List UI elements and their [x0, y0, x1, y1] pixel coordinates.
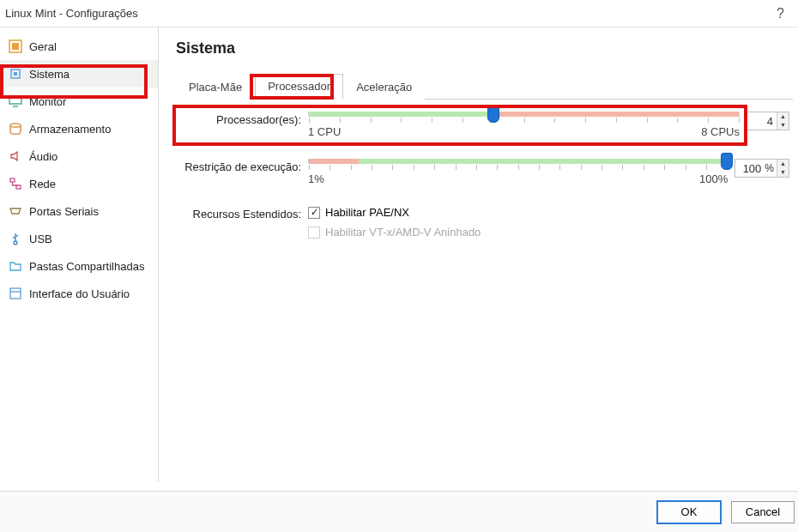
cancel-button[interactable]: Cancel — [731, 501, 795, 523]
svg-rect-3 — [14, 72, 17, 76]
usb-icon — [9, 232, 22, 245]
sidebar-item-system[interactable]: Sistema — [0, 60, 158, 88]
sidebar-item-label: Armazenamento — [29, 123, 111, 136]
nested-checkbox-row: Habilitar VT-x/AMD-V Aninhado — [308, 226, 481, 239]
svg-point-9 — [14, 241, 17, 245]
spin-up-icon[interactable]: ▲ — [777, 160, 789, 168]
processor-max-label: 8 CPUs — [701, 125, 740, 138]
display-icon — [9, 94, 22, 108]
processor-min-label: 1 CPU — [308, 125, 341, 138]
execcap-suffix: % — [765, 162, 777, 174]
processor-value-input[interactable] — [747, 115, 777, 128]
audio-icon — [9, 149, 22, 163]
sidebar-item-display[interactable]: Monitor — [0, 88, 158, 115]
checkbox-icon[interactable]: ✓ — [308, 207, 320, 219]
sidebar: Geral Sistema Monitor Armazenamento Áudi… — [0, 27, 159, 482]
processor-spin[interactable]: ▲▼ — [747, 112, 789, 130]
titlebar: Linux Mint - Configurações ? — [0, 0, 798, 27]
serial-icon — [9, 204, 22, 218]
page-title: Sistema — [176, 39, 793, 57]
checkbox-icon — [308, 227, 320, 239]
chip-icon — [9, 67, 22, 81]
sidebar-item-audio[interactable]: Áudio — [0, 142, 158, 170]
processor-slider[interactable]: 1 CPU 8 CPUs — [308, 112, 740, 138]
processor-label: Processador(es): — [179, 112, 308, 126]
sidebar-item-storage[interactable]: Armazenamento — [0, 115, 158, 142]
sidebar-item-serial[interactable]: Portas Seriais — [0, 197, 158, 225]
extended-row: Recursos Estendidos: ✓ Habilitar PAE/NX … — [179, 206, 789, 245]
tab-acceleration[interactable]: Aceleração — [343, 75, 425, 100]
pae-label: Habilitar PAE/NX — [325, 206, 409, 219]
sidebar-item-label: USB — [29, 233, 52, 245]
spin-down-icon[interactable]: ▼ — [777, 168, 789, 177]
folder-icon — [9, 259, 22, 273]
sidebar-item-label: Pastas Compartilhadas — [29, 260, 144, 273]
sidebar-item-label: Monitor — [29, 95, 66, 108]
extended-label: Recursos Estendidos: — [179, 206, 308, 221]
ui-icon — [9, 287, 22, 300]
execcap-row: Restrição de execução: 1% 100% — [179, 159, 789, 185]
processor-row: Processador(es): 1 CPU 8 CPUs — [179, 112, 789, 138]
sidebar-item-ui[interactable]: Interface do Usuário — [0, 280, 158, 307]
svg-rect-7 — [10, 178, 15, 182]
dialog-footer: OK Cancel — [0, 491, 798, 532]
sidebar-item-label: Portas Seriais — [29, 205, 99, 218]
svg-rect-1 — [12, 43, 19, 50]
help-button[interactable]: ? — [771, 6, 789, 21]
execcap-value-input[interactable] — [735, 162, 765, 175]
execcap-slider[interactable]: 1% 100% — [308, 159, 728, 185]
spin-down-icon[interactable]: ▼ — [777, 121, 789, 130]
sidebar-item-usb[interactable]: USB — [0, 225, 158, 252]
window-title: Linux Mint - Configurações — [5, 7, 771, 20]
execcap-max-label: 100% — [699, 172, 728, 185]
storage-icon — [9, 122, 22, 136]
tab-bar: Placa-Mãe Processador Aceleração — [176, 73, 793, 100]
sidebar-item-shared[interactable]: Pastas Compartilhadas — [0, 252, 158, 280]
pae-checkbox-row[interactable]: ✓ Habilitar PAE/NX — [308, 206, 409, 219]
nested-label: Habilitar VT-x/AMD-V Aninhado — [325, 226, 481, 239]
execcap-spin[interactable]: % ▲▼ — [735, 159, 789, 178]
svg-rect-11 — [10, 288, 21, 299]
sidebar-item-general[interactable]: Geral — [0, 33, 158, 60]
general-icon — [9, 39, 22, 53]
svg-rect-4 — [9, 96, 21, 104]
main-panel: Sistema Placa-Mãe Processador Aceleração… — [159, 27, 798, 482]
execcap-min-label: 1% — [308, 172, 324, 185]
ok-button[interactable]: OK — [657, 501, 721, 523]
svg-point-6 — [10, 124, 21, 127]
slider-handle[interactable] — [721, 153, 733, 170]
sidebar-item-label: Interface do Usuário — [29, 287, 130, 300]
sidebar-item-label: Sistema — [29, 68, 70, 81]
tab-processor[interactable]: Processador — [255, 74, 343, 100]
slider-handle[interactable] — [487, 106, 499, 123]
sidebar-item-label: Rede — [29, 178, 56, 190]
tab-motherboard[interactable]: Placa-Mãe — [176, 75, 255, 100]
sidebar-item-network[interactable]: Rede — [0, 170, 158, 197]
execcap-label: Restrição de execução: — [179, 159, 308, 173]
network-icon — [9, 177, 22, 190]
sidebar-item-label: Geral — [29, 40, 57, 53]
spin-up-icon[interactable]: ▲ — [777, 112, 789, 121]
sidebar-item-label: Áudio — [29, 150, 57, 163]
